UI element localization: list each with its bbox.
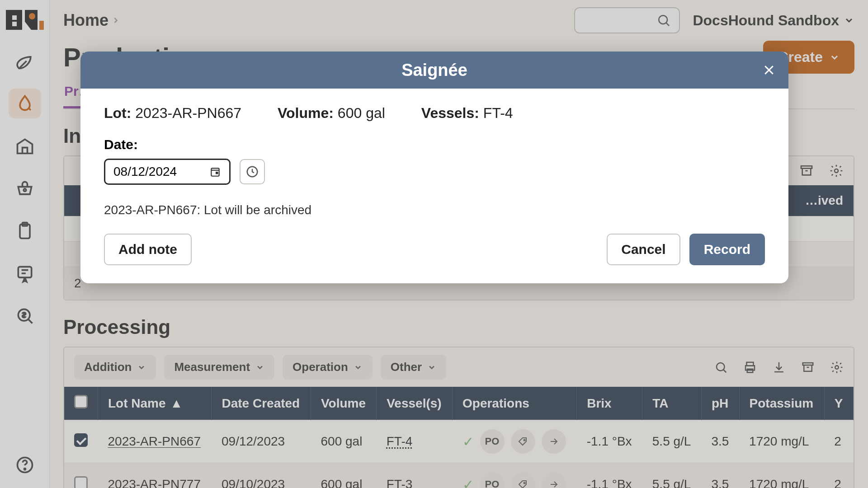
modal-title: Saignée — [401, 61, 467, 80]
cancel-button[interactable]: Cancel — [607, 234, 680, 265]
date-value: 08/12/2024 — [113, 164, 177, 179]
modal-body: Lot: 2023-AR-PN667 Volume: 600 gal Vesse… — [80, 89, 788, 228]
archive-warning: 2023-AR-PN667: Lot will be archived — [104, 203, 765, 217]
modal-vessels: Vessels: FT-4 — [421, 105, 513, 122]
modal-actions: Add note Cancel Record — [80, 228, 788, 283]
add-note-button[interactable]: Add note — [104, 234, 192, 265]
modal-lot: Lot: 2023-AR-PN667 — [104, 105, 241, 122]
date-label: Date: — [104, 137, 765, 152]
svg-rect-24 — [216, 172, 218, 174]
modal-volume: Volume: 600 gal — [278, 105, 385, 122]
calendar-icon — [209, 166, 221, 178]
modal-header: Saignée — [80, 52, 788, 89]
saignee-modal: Saignée Lot: 2023-AR-PN667 Volume: 600 g… — [80, 52, 788, 283]
modal-meta: Lot: 2023-AR-PN667 Volume: 600 gal Vesse… — [104, 105, 765, 122]
close-button[interactable] — [762, 63, 776, 77]
date-input[interactable]: 08/12/2024 — [104, 159, 231, 185]
time-button[interactable] — [240, 159, 265, 184]
close-icon — [762, 63, 776, 77]
clock-icon — [245, 165, 259, 178]
record-button[interactable]: Record — [689, 234, 765, 265]
